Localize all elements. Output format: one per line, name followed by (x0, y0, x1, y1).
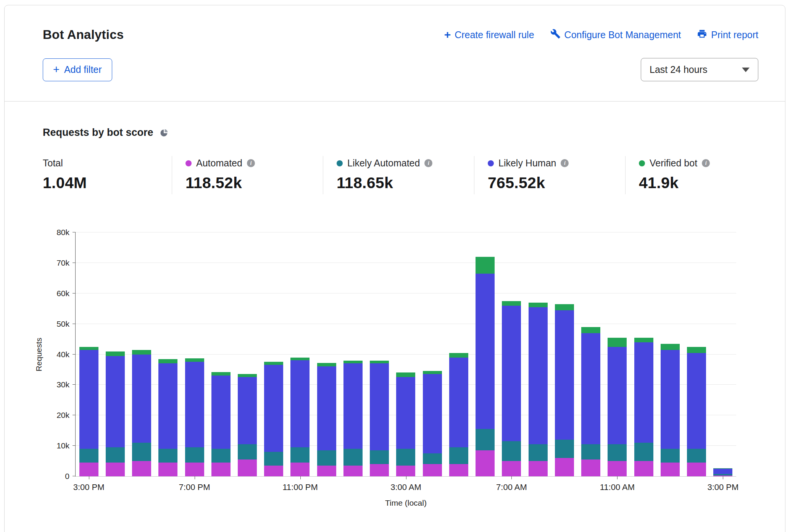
print-report-link[interactable]: Print report (697, 29, 758, 41)
bar-800pm[interactable] (208, 232, 234, 476)
bar-1000pm[interactable] (261, 232, 287, 476)
bar-400am[interactable] (419, 232, 445, 476)
bar-100pm[interactable] (657, 232, 683, 476)
segment-automated (132, 461, 151, 476)
header-section: Bot Analytics + Create firewall rule Con… (5, 5, 785, 102)
segment-likely-human (343, 363, 363, 449)
segment-likely-human (476, 274, 495, 429)
x-tick-label: 11:00 PM (282, 482, 318, 492)
segment-verified-bot (211, 372, 231, 376)
bar-300pm[interactable] (710, 232, 736, 476)
stat-total-value: 1.04M (43, 174, 172, 192)
time-range-value: Last 24 hours (650, 64, 708, 75)
plus-icon: + (444, 29, 451, 40)
bar-200am[interactable] (366, 232, 393, 476)
bar-500am[interactable] (445, 232, 472, 476)
bar-500pm[interactable] (128, 232, 155, 476)
segment-automated (185, 463, 204, 476)
bar-900am[interactable] (551, 232, 577, 476)
x-tick-mark (406, 476, 406, 479)
segment-likely-human (185, 362, 204, 447)
bar-300am[interactable] (393, 232, 419, 476)
y-tick-mark (73, 263, 76, 263)
segment-likely-automated (529, 444, 548, 461)
bar-100am[interactable] (340, 232, 366, 476)
segment-automated (687, 463, 706, 476)
y-axis-title: Requests (34, 338, 44, 372)
segment-likely-human (581, 333, 600, 445)
bar-1200pm[interactable] (630, 232, 657, 476)
bar-800am[interactable] (525, 232, 551, 476)
segment-likely-human (449, 358, 468, 448)
bar-900pm[interactable] (234, 232, 260, 476)
segment-verified-bot (529, 303, 548, 307)
segment-likely-automated (132, 443, 151, 461)
segment-likely-human (106, 356, 125, 448)
segment-likely-automated (396, 449, 415, 466)
segment-verified-bot (238, 374, 257, 377)
bar-1100am[interactable] (604, 232, 630, 476)
bar-200pm[interactable] (683, 232, 709, 476)
segment-likely-human (634, 342, 653, 443)
bar-600pm[interactable] (155, 232, 181, 476)
bar-1000am[interactable] (577, 232, 604, 476)
likely-automated-legend-dot (337, 160, 343, 166)
segment-automated (661, 463, 680, 476)
info-icon[interactable]: i (702, 159, 710, 167)
bar-1100pm[interactable] (287, 232, 313, 476)
add-filter-button[interactable]: + Add filter (43, 58, 112, 81)
segment-automated (290, 463, 310, 476)
segment-likely-human (529, 307, 548, 444)
segment-automated (608, 461, 627, 476)
x-tick-mark (511, 476, 512, 479)
create-firewall-rule-link[interactable]: + Create firewall rule (444, 29, 534, 40)
x-tick-label: 7:00 AM (496, 482, 527, 492)
time-range-select[interactable]: Last 24 hours (641, 58, 758, 81)
segment-likely-human (713, 469, 732, 474)
segment-verified-bot (687, 347, 706, 353)
bar-400pm[interactable] (102, 232, 128, 476)
segment-likely-automated (476, 429, 495, 450)
bar-700pm[interactable] (181, 232, 208, 476)
configure-bot-management-link[interactable]: Configure Bot Management (550, 29, 681, 41)
y-tick-mark (73, 293, 76, 293)
segment-likely-automated (317, 450, 336, 466)
bar-700am[interactable] (498, 232, 525, 476)
info-icon[interactable]: i (561, 159, 569, 167)
stat-likely-automated-label: Likely Automated (347, 158, 420, 169)
stat-total: Total 1.04M (43, 156, 172, 194)
x-axis-title: Time (local) (385, 498, 427, 508)
y-tick-label: 80k (56, 228, 69, 237)
bar-300pm[interactable] (76, 232, 102, 476)
x-tick-label: 11:00 AM (600, 482, 635, 492)
segment-automated (449, 464, 468, 476)
y-tick-mark (73, 354, 76, 355)
segment-likely-automated (423, 453, 442, 464)
section-title-row: Requests by bot score (43, 127, 785, 139)
bar-1200am[interactable] (313, 232, 340, 476)
page-title: Bot Analytics (43, 27, 124, 42)
y-tick-label: 40k (56, 350, 69, 359)
x-tick-mark (617, 476, 617, 479)
segment-likely-automated (238, 444, 257, 459)
y-tick-label: 10k (56, 441, 69, 450)
segment-verified-bot (290, 358, 310, 361)
plot-area: Time (local) 010k20k30k40k50k60k70k80k3:… (75, 232, 736, 477)
segment-automated (211, 463, 231, 476)
segment-automated (343, 466, 363, 476)
stats-row: Total 1.04M Automated i 118.52k Likely A… (43, 156, 735, 194)
x-tick-mark (195, 476, 195, 479)
stat-likely-automated-value: 118.65k (337, 174, 474, 192)
section-title: Requests by bot score (43, 127, 153, 139)
segment-automated (264, 466, 283, 476)
stat-verified-bot: Verified bot i 41.9k (625, 156, 735, 194)
segment-automated (555, 458, 574, 476)
segment-verified-bot (317, 363, 336, 367)
stat-likely-human: Likely Human i 765.52k (474, 156, 625, 194)
info-icon[interactable]: i (424, 159, 432, 167)
info-icon[interactable]: i (247, 159, 255, 167)
bar-600am[interactable] (472, 232, 498, 476)
segment-verified-bot (370, 361, 389, 364)
segment-likely-human (79, 350, 98, 449)
segment-likely-automated (555, 440, 574, 458)
